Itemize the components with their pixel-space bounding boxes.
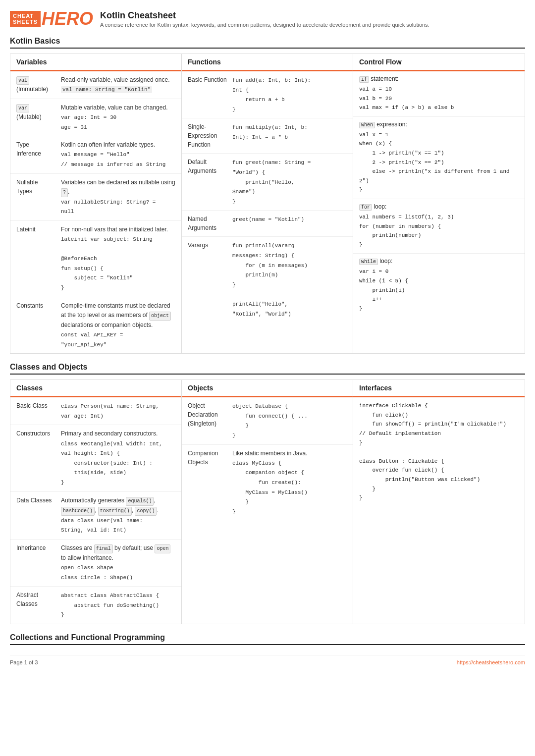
for-loop-row: for loop: val numbers = listOf(1, 2, 3) … xyxy=(353,199,525,254)
companion-objects-label: Companion Objects xyxy=(188,449,232,467)
basic-function-row: Basic Function fun add(a: Int, b: Int): … xyxy=(182,71,353,118)
constructors-code: class Rectangle(val width: Int, val heig… xyxy=(61,441,162,486)
nullable-code: var nullableString: String? = null xyxy=(61,199,156,215)
kotlin-basics-title: Kotlin Basics xyxy=(10,37,525,49)
classes-column: Classes Basic Class class Person(val nam… xyxy=(10,380,182,624)
constructors-label: Constructors xyxy=(16,429,61,438)
interfaces-header: Interfaces xyxy=(353,380,525,397)
object-tag: object xyxy=(149,312,171,321)
if-code: val a = 10 val b = 20 val max = if (a > … xyxy=(359,86,454,110)
data-classes-label: Data Classes xyxy=(16,496,61,505)
while-loop-row: while loop: var i = 0 while (i < 5) { pr… xyxy=(353,254,525,317)
logo-cheat-text: CHEAT xyxy=(13,13,38,19)
if-statement-row: if statement: val a = 10 val b = 20 val … xyxy=(353,71,525,117)
object-declaration-content: object Database { fun connect() { ... } … xyxy=(232,401,347,440)
for-code: val numbers = listOf(1, 2, 3) for (numbe… xyxy=(359,214,454,248)
when-expression-row: when expression: val x = 1 when (x) { 1 … xyxy=(353,117,525,199)
variables-header: Variables xyxy=(10,54,181,71)
val-code: val name: String = "Kotlin" xyxy=(61,86,152,93)
classes-objects-section: Classes and Objects Classes Basic Class … xyxy=(10,363,525,624)
named-args-code: greet(name = "Kotlin") xyxy=(232,216,304,222)
logo: CHEAT SHEETS HERO xyxy=(10,10,93,28)
constants-label: Constants xyxy=(16,301,61,310)
footer-link[interactable]: https://cheatsheetshero.com xyxy=(457,659,525,665)
companion-objects-row: Companion Objects Like static members in… xyxy=(182,445,353,521)
inheritance-content: Classes are final by default; use open t… xyxy=(61,543,175,582)
type-code: val message = "Hello" // message is infe… xyxy=(61,152,165,167)
data-classes-content: Automatically generates equals(), hashCo… xyxy=(61,496,175,535)
objects-column: Objects Object Declaration(Singleton) ob… xyxy=(182,380,353,624)
functions-column: Functions Basic Function fun add(a: Int,… xyxy=(182,54,353,353)
variables-column: Variables val(Immutable) Read-only varia… xyxy=(10,54,182,353)
page-subtitle: A concise reference for Kotlin syntax, k… xyxy=(100,22,429,28)
logo-hero-text: HERO xyxy=(41,10,93,28)
var-code: var age: Int = 30 age = 31 xyxy=(61,114,116,130)
constructors-row: Constructors Primary and secondary const… xyxy=(10,425,181,491)
object-declaration-code: object Database { fun connect() { ... } … xyxy=(232,403,308,438)
named-args-row: Named Arguments greet(name = "Kotlin") xyxy=(182,211,353,237)
object-declaration-label: Object Declaration(Singleton) xyxy=(188,401,232,428)
header-title-block: Kotlin Cheatsheet A concise reference fo… xyxy=(100,10,429,28)
abstract-classes-row: AbstractClasses abstract class AbstractC… xyxy=(10,587,181,624)
varargs-row: Varargs fun printAll(vararg messages: St… xyxy=(182,237,353,323)
lateinit-label: Lateinit xyxy=(16,225,61,234)
inheritance-label: Inheritance xyxy=(16,543,61,552)
interfaces-row: interface Clickable { fun click() fun sh… xyxy=(353,397,525,507)
when-code: val x = 1 when (x) { 1 -> println("x == … xyxy=(359,132,510,193)
functions-header: Functions xyxy=(182,54,353,71)
data-class-code: data class User(val name: String, val id… xyxy=(61,518,143,534)
varargs-content: fun printAll(vararg messages: String) { … xyxy=(232,241,347,319)
control-flow-column: Control Flow if statement: val a = 10 va… xyxy=(353,54,525,353)
classes-grid: Classes Basic Class class Person(val nam… xyxy=(10,379,525,624)
copy-tag: copy() xyxy=(135,507,157,516)
single-expression-content: fun multiply(a: Int, b: Int): Int = a * … xyxy=(232,122,347,142)
final-tag: final xyxy=(94,544,113,553)
const-code: const val API_KEY = "your_api_key" xyxy=(61,332,123,348)
basics-grid: Variables val(Immutable) Read-only varia… xyxy=(10,54,525,354)
default-args-code: fun greet(name: String = "World") { prin… xyxy=(232,160,311,204)
type-inference-row: TypeInference Kotlin can often infer var… xyxy=(10,136,181,173)
interfaces-code: interface Clickable { fun click() fun sh… xyxy=(359,403,506,501)
abstract-code: abstract class AbstractClass { abstract … xyxy=(61,593,159,618)
classes-header: Classes xyxy=(10,380,181,397)
control-flow-header: Control Flow xyxy=(353,54,525,71)
logo-background: CHEAT SHEETS xyxy=(10,11,41,27)
constructors-content: Primary and secondary constructors. clas… xyxy=(61,429,175,487)
var-immutable-content: Read-only variable, value assigned once.… xyxy=(61,75,175,95)
when-tag: when xyxy=(359,122,375,128)
basic-class-content: class Person(val name: String, var age: … xyxy=(61,401,175,421)
classes-objects-title: Classes and Objects xyxy=(10,363,525,375)
inheritance-code: open class Shape class Circle : Shape() xyxy=(61,565,133,581)
inheritance-row: Inheritance Classes are final by default… xyxy=(10,540,181,587)
basic-function-code: fun add(a: Int, b: Int): Int { return a … xyxy=(232,77,311,112)
for-tag: for xyxy=(359,204,372,211)
hashcode-tag: hashCode() xyxy=(61,507,95,516)
tostring-tag: toString() xyxy=(98,507,132,516)
nullable-label: NullableTypes xyxy=(16,178,61,196)
single-expression-label: Single-ExpressionFunction xyxy=(188,122,232,149)
nullable-row: NullableTypes Variables can be declared … xyxy=(10,174,181,221)
default-args-content: fun greet(name: String = "World") { prin… xyxy=(232,158,347,206)
objects-header: Objects xyxy=(182,380,353,397)
named-args-content: greet(name = "Kotlin") xyxy=(232,215,347,224)
basic-function-content: fun add(a: Int, b: Int): Int { return a … xyxy=(232,75,347,114)
page-number: Page 1 of 3 xyxy=(10,659,38,665)
while-code: var i = 0 while (i < 5) { println(i) i++… xyxy=(359,269,408,311)
default-args-label: Default Arguments xyxy=(188,158,232,175)
data-classes-row: Data Classes Automatically generates equ… xyxy=(10,492,181,540)
varargs-label: Varargs xyxy=(188,241,232,250)
basic-function-label: Basic Function xyxy=(188,75,232,84)
collections-title: Collections and Functional Programming xyxy=(10,633,525,645)
page-footer: Page 1 of 3 https://cheatsheetshero.com xyxy=(10,655,525,665)
if-tag: if xyxy=(359,76,369,83)
kotlin-basics-section: Kotlin Basics Variables val(Immutable) R… xyxy=(10,37,525,354)
lateinit-code: lateinit var subject: String @BeforeEach… xyxy=(61,236,153,291)
basic-class-label: Basic Class xyxy=(16,401,61,410)
object-declaration-row: Object Declaration(Singleton) object Dat… xyxy=(182,397,353,444)
type-inference-label: TypeInference xyxy=(16,140,61,158)
page-header: CHEAT SHEETS HERO Kotlin Cheatsheet A co… xyxy=(10,10,525,28)
single-expression-row: Single-ExpressionFunction fun multiply(a… xyxy=(182,118,353,154)
var-immutable-label: val(Immutable) xyxy=(16,75,61,94)
nullable-content: Variables can be declared as nullable us… xyxy=(61,178,175,216)
var-tag: var xyxy=(16,104,29,112)
